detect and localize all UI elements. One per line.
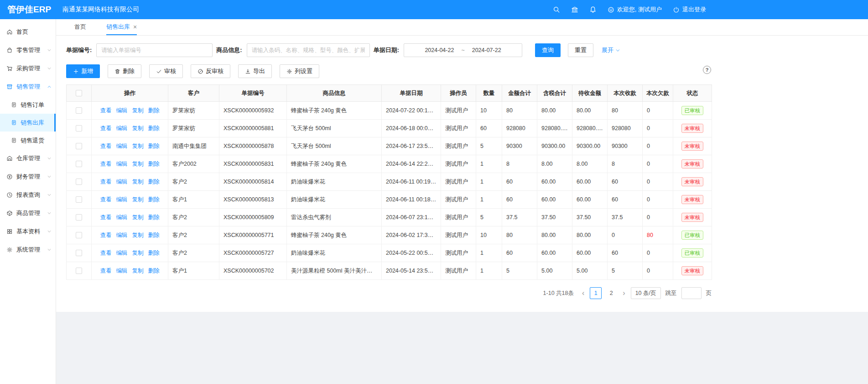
row-action-delete[interactable]: 删除 [148, 214, 160, 221]
row-action-delete[interactable]: 删除 [148, 107, 160, 114]
sidebar-item-sales-return[interactable]: 销售退货 [0, 132, 56, 149]
row-action-edit[interactable]: 编辑 [116, 143, 128, 149]
row-action-copy[interactable]: 复制 [132, 179, 144, 185]
page-button-1[interactable]: 1 [590, 287, 602, 299]
toolbar-buttons: 新增删除审核反审核导出列设置 [66, 64, 319, 78]
row-checkbox[interactable] [76, 161, 82, 167]
row-action-view[interactable]: 查看 [100, 161, 112, 167]
row-action-copy[interactable]: 复制 [132, 214, 144, 221]
row-action-edit[interactable]: 编辑 [116, 214, 128, 221]
row-checkbox[interactable] [76, 196, 82, 203]
row-action-copy[interactable]: 复制 [132, 143, 144, 149]
cell-checkbox [67, 137, 92, 155]
row-action-copy[interactable]: 复制 [132, 161, 144, 167]
sidebar-item-warehouse[interactable]: 仓库管理 [0, 149, 56, 168]
portal-home-icon[interactable] [571, 6, 578, 13]
cell-debt: 0 [643, 209, 673, 226]
row-action-delete[interactable]: 删除 [148, 125, 160, 132]
row-action-delete[interactable]: 删除 [148, 196, 160, 203]
next-page-button[interactable]: › [622, 289, 626, 297]
row-action-edit[interactable]: 编辑 [116, 268, 128, 274]
row-action-edit[interactable]: 编辑 [116, 232, 128, 238]
cell-checkbox [67, 191, 92, 209]
sidebar-item-retail[interactable]: 零售管理 [0, 41, 56, 59]
row-action-copy[interactable]: 复制 [132, 250, 144, 256]
row-action-view[interactable]: 查看 [100, 179, 112, 185]
row-action-edit[interactable]: 编辑 [116, 250, 128, 256]
tab-label: 首页 [74, 23, 86, 31]
welcome-user[interactable]: 欢迎您, 测试用户 [608, 5, 662, 14]
help-icon[interactable]: ? [703, 66, 711, 74]
row-action-copy[interactable]: 复制 [132, 268, 144, 274]
row-checkbox[interactable] [76, 250, 82, 256]
tab-sales-outbound[interactable]: 销售出库× [106, 19, 137, 35]
row-action-view[interactable]: 查看 [100, 107, 112, 114]
row-checkbox[interactable] [76, 107, 82, 114]
row-action-copy[interactable]: 复制 [132, 125, 144, 132]
sidebar-item-sales-order[interactable]: 销售订单 [0, 96, 56, 114]
reset-button[interactable]: 重置 [568, 43, 593, 57]
search-icon[interactable] [553, 6, 560, 13]
close-icon[interactable]: × [133, 24, 137, 30]
date-range-picker[interactable]: 2024-04-22 ~ 2024-07-22 [404, 43, 522, 57]
row-action-delete[interactable]: 删除 [148, 143, 160, 149]
row-action-copy[interactable]: 复制 [132, 196, 144, 203]
export-button[interactable]: 导出 [238, 64, 272, 78]
delete-button[interactable]: 删除 [108, 64, 141, 78]
row-action-delete[interactable]: 删除 [148, 250, 160, 256]
logout-button[interactable]: 退出登录 [673, 5, 706, 14]
row-action-copy[interactable]: 复制 [132, 232, 144, 238]
bill-no-input[interactable] [96, 43, 213, 57]
row-action-edit[interactable]: 编辑 [116, 196, 128, 203]
tab-home[interactable]: 首页 [74, 19, 86, 35]
row-action-view[interactable]: 查看 [100, 196, 112, 203]
row-action-copy[interactable]: 复制 [132, 107, 144, 114]
sidebar-item-purchase[interactable]: 采购管理 [0, 59, 56, 78]
sidebar-item-sales[interactable]: 销售管理 [0, 78, 56, 96]
row-checkbox[interactable] [76, 232, 82, 238]
row-action-delete[interactable]: 删除 [148, 232, 160, 238]
jump-page-input[interactable] [681, 287, 702, 299]
row-checkbox[interactable] [76, 143, 82, 149]
row-checkbox[interactable] [76, 214, 82, 221]
row-action-view[interactable]: 查看 [100, 214, 112, 221]
product-info-input[interactable] [247, 43, 370, 57]
row-action-delete[interactable]: 删除 [148, 179, 160, 185]
cell-product: 蜂蜜柚子茶 240g 黄色 [287, 155, 382, 173]
cell-receivable: 80.00 [572, 102, 608, 120]
sidebar-item-sales-outbound[interactable]: 销售出库 [0, 114, 56, 132]
expand-link[interactable]: 展开 [602, 46, 620, 54]
column-settings-button[interactable]: 列设置 [280, 64, 319, 78]
row-action-view[interactable]: 查看 [100, 143, 112, 149]
row-action-delete[interactable]: 删除 [148, 268, 160, 274]
search-button[interactable]: 查询 [535, 43, 561, 57]
row-action-view[interactable]: 查看 [100, 268, 112, 274]
sidebar-item-product[interactable]: 商品管理 [0, 204, 56, 222]
audit-button[interactable]: 审核 [149, 64, 183, 78]
row-action-edit[interactable]: 编辑 [116, 125, 128, 132]
row-checkbox[interactable] [76, 268, 82, 274]
row-checkbox[interactable] [76, 125, 82, 132]
sidebar-item-finance[interactable]: 财务管理 [0, 168, 56, 186]
row-checkbox[interactable] [76, 179, 82, 185]
page-button-2[interactable]: 2 [605, 287, 617, 299]
notification-bell-icon[interactable] [589, 6, 597, 13]
row-action-delete[interactable]: 删除 [148, 161, 160, 167]
select-all-checkbox[interactable] [76, 90, 82, 96]
add-button[interactable]: 新增 [66, 64, 100, 78]
row-action-view[interactable]: 查看 [100, 125, 112, 132]
cell-amount: 90300 [502, 137, 537, 155]
row-action-edit[interactable]: 编辑 [116, 179, 128, 185]
row-action-view[interactable]: 查看 [100, 250, 112, 256]
user-avatar-icon [608, 6, 614, 13]
sidebar-item-home[interactable]: 首页 [0, 23, 56, 41]
row-action-view[interactable]: 查看 [100, 232, 112, 238]
row-action-edit[interactable]: 编辑 [116, 161, 128, 167]
page-size-select[interactable]: 10 条/页 [631, 287, 661, 299]
prev-page-button[interactable]: ‹ [581, 289, 585, 297]
sidebar-item-basic[interactable]: 基本资料 [0, 222, 56, 241]
sidebar-item-system[interactable]: 系统管理 [0, 241, 56, 259]
unaudit-button[interactable]: 反审核 [191, 64, 230, 78]
row-action-edit[interactable]: 编辑 [116, 107, 128, 114]
sidebar-item-report[interactable]: 报表查询 [0, 186, 56, 204]
